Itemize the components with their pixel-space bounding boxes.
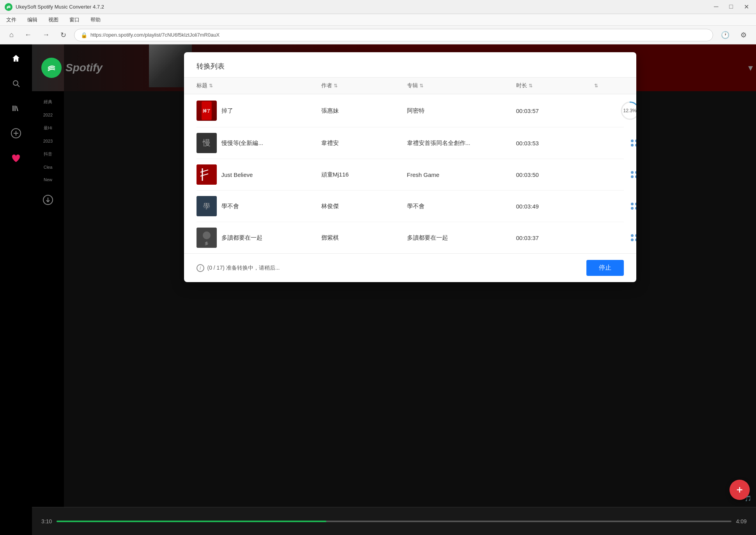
song-thumbnail <box>197 164 217 185</box>
cell-title: 掉了 掉了 <box>197 101 321 121</box>
song-thumbnail: 多 <box>197 228 217 248</box>
sidebar-item-new[interactable]: New <box>43 176 53 184</box>
status-text: (0 / 17) 准备转换中，请稍后... <box>207 265 280 272</box>
dialog-footer: i (0 / 17) 准备转换中，请稍后... 停止 <box>184 253 636 282</box>
cell-album: 阿密特 <box>407 107 516 115</box>
sidebar-home-icon[interactable] <box>8 51 24 66</box>
add-to-spotify-button[interactable]: 🎵 <box>729 480 750 500</box>
menu-help[interactable]: 帮助 <box>89 16 102 24</box>
cell-title: Just Believe <box>197 164 321 185</box>
url-text: https://open.spotify.com/playlist/7cNU6f… <box>90 32 220 38</box>
settings-button[interactable]: ⚙ <box>737 29 750 41</box>
title-bar: UkeySoft Spotify Music Converter 4.7.2 ─… <box>0 0 756 14</box>
table-row: 慢 慢慢等(全新編... 韋禮安 韋禮安首張同名全創作... 00:03:53 <box>197 127 624 159</box>
title-bar-left: UkeySoft Spotify Music Converter 4.7.2 <box>5 3 104 11</box>
home-button[interactable]: ⌂ <box>6 29 17 41</box>
sort-icon-author: ⇅ <box>334 83 338 88</box>
current-time: 3:10 <box>41 518 52 524</box>
music-note-icon: 🎵 <box>745 495 751 501</box>
cell-title: 慢 慢慢等(全新編... <box>197 133 321 153</box>
stop-button[interactable]: 停止 <box>586 260 624 276</box>
svg-text:多: 多 <box>205 241 209 245</box>
song-thumbnail: 掉了 <box>197 101 217 121</box>
sidebar-liked-icon[interactable] <box>8 150 24 166</box>
cell-duration: 00:03:37 <box>516 235 594 241</box>
progress-circle: 12.3% <box>619 100 636 122</box>
sidebar-item-clea[interactable]: Clea <box>43 163 53 171</box>
url-bar[interactable]: 🔒 https://open.spotify.com/playlist/7cNU… <box>74 29 713 41</box>
address-bar: ⌂ ← → ↻ 🔒 https://open.spotify.com/playl… <box>0 26 756 44</box>
svg-point-24 <box>203 231 211 239</box>
col-header-title[interactable]: 标题 ⇅ <box>197 82 321 89</box>
progress-bar[interactable] <box>57 521 731 522</box>
sidebar-item-douyin[interactable]: 抖音 <box>43 150 53 159</box>
total-time: 4:09 <box>736 518 747 524</box>
col-header-author[interactable]: 作者 ⇅ <box>321 82 407 89</box>
forward-button[interactable]: → <box>39 29 53 41</box>
cell-action <box>594 200 636 213</box>
cell-author: 頑童Mj116 <box>321 171 407 178</box>
svg-rect-3 <box>12 106 14 111</box>
col-header-duration[interactable]: 时长 ⇅ <box>516 82 594 89</box>
maximize-button[interactable]: □ <box>727 2 735 11</box>
minimize-button[interactable]: ─ <box>712 2 721 11</box>
sidebar-item-2022[interactable]: 2022 <box>42 111 53 119</box>
song-thumbnail: 學 <box>197 196 217 216</box>
song-menu-button[interactable] <box>628 231 636 244</box>
song-title: Just Believe <box>221 171 253 178</box>
progress-text: 12.3% <box>623 108 636 113</box>
svg-text:慢: 慢 <box>202 138 211 147</box>
svg-rect-4 <box>14 106 16 111</box>
svg-text:學: 學 <box>203 202 210 210</box>
spotify-content: Spotify ‹ › 2023 台灣熱門歌曲 ▾ 經典 2022 最Hi 20… <box>32 44 756 535</box>
cell-author: 鄧紫棋 <box>321 234 407 242</box>
dialog-header: 转换列表 <box>184 52 636 78</box>
cell-duration: 00:03:49 <box>516 203 594 210</box>
cell-author: 林俊傑 <box>321 203 407 210</box>
cell-duration: 00:03:53 <box>516 140 594 147</box>
cell-author: 韋禮安 <box>321 139 407 147</box>
table-row: Just Believe 頑童Mj116 Fresh Game 00:03:50 <box>197 159 624 191</box>
sidebar-search-icon[interactable] <box>8 76 24 91</box>
sidebar-download-icon[interactable] <box>42 194 53 207</box>
history-button[interactable]: 🕐 <box>718 29 733 41</box>
song-title: 多讀都要在一起 <box>221 234 262 242</box>
menu-file[interactable]: 文件 <box>5 16 18 24</box>
app-title: UkeySoft Spotify Music Converter 4.7.2 <box>16 4 104 10</box>
table-row: 掉了 掉了 張惠妹 阿密特 00:03:57 12.3% <box>197 94 624 127</box>
cell-title: 多 多讀都要在一起 <box>197 228 321 248</box>
status-area: i (0 / 17) 准备转换中，请稍后... <box>197 264 280 272</box>
cell-duration: 00:03:57 <box>516 108 594 114</box>
cell-action <box>594 168 636 181</box>
sidebar-item-best[interactable]: 最Hi <box>43 124 53 132</box>
song-title: 掉了 <box>221 107 233 115</box>
cell-title: 學 學不會 <box>197 196 321 216</box>
col-header-album[interactable]: 专辑 ⇅ <box>407 82 516 89</box>
close-button[interactable]: ✕ <box>742 2 751 11</box>
song-menu-button[interactable] <box>628 200 636 213</box>
song-title: 慢慢等(全新編... <box>221 139 264 147</box>
sidebar-item-classic[interactable]: 經典 <box>43 97 53 106</box>
menu-bar: 文件 编辑 视图 窗口 帮助 <box>0 14 756 26</box>
song-menu-button[interactable] <box>628 136 636 150</box>
menu-window[interactable]: 窗口 <box>68 16 81 24</box>
sidebar-add-icon[interactable] <box>8 125 24 141</box>
sidebar-library-icon[interactable] <box>8 101 24 116</box>
conversion-dialog: 转换列表 标题 ⇅ 作者 ⇅ 专辑 ⇅ <box>184 52 636 282</box>
cell-duration: 00:03:50 <box>516 171 594 178</box>
menu-edit[interactable]: 编辑 <box>26 16 39 24</box>
player-bar: 3:10 4:09 <box>32 507 756 535</box>
sort-icon-album: ⇅ <box>420 83 423 88</box>
song-table-body: 掉了 掉了 張惠妹 阿密特 00:03:57 12.3% 慢 慢慢 <box>184 94 636 253</box>
svg-text:掉了: 掉了 <box>202 109 211 113</box>
cell-action <box>594 231 636 244</box>
refresh-button[interactable]: ↻ <box>57 29 69 41</box>
song-menu-button[interactable] <box>628 168 636 181</box>
menu-view[interactable]: 视图 <box>47 16 60 24</box>
table-row: 學 學不會 林俊傑 學不會 00:03:49 <box>197 191 624 222</box>
info-icon: i <box>197 264 204 272</box>
back-button[interactable]: ← <box>21 29 35 41</box>
sidebar-item-2023[interactable]: 2023 <box>42 137 53 145</box>
modal-overlay: 转换列表 标题 ⇅ 作者 ⇅ 专辑 ⇅ <box>64 44 756 535</box>
window-controls: ─ □ ✕ <box>712 2 751 11</box>
